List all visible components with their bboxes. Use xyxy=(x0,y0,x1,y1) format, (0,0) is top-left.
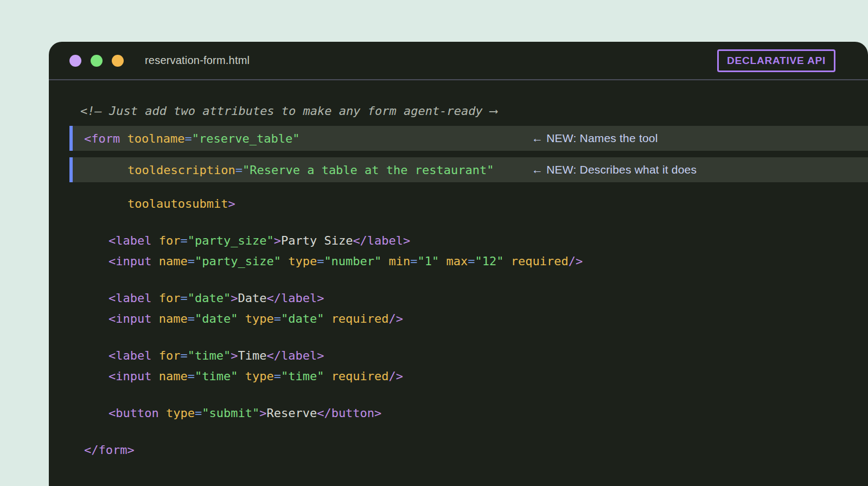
code-token-str: "party_size" xyxy=(195,254,288,268)
code-token-punct: = xyxy=(274,369,281,383)
code-line: toolautosubmit> xyxy=(127,193,868,214)
code-line: <label for="time">Time</label> xyxy=(108,345,868,366)
code-line: </form> xyxy=(84,439,868,460)
window-dot-maximize-icon[interactable] xyxy=(112,55,124,67)
code-blank-line xyxy=(49,423,868,439)
code-token-attr: type xyxy=(288,254,317,268)
code-token-tag: > xyxy=(259,406,266,420)
code-token-punct: = xyxy=(180,234,187,247)
code-token-str: "submit" xyxy=(202,406,259,420)
code-line: <input name="date" type="date" required/… xyxy=(108,308,868,329)
code-token-attr: tooldescription xyxy=(127,163,235,177)
code-token-tag: <button xyxy=(108,406,166,420)
code-token-attr: type xyxy=(245,312,274,325)
code-token-punct: = xyxy=(235,163,242,177)
code-token-txt: Party Size xyxy=(281,234,353,247)
code-token-str: "party_size" xyxy=(188,234,274,247)
code-token-tag: > xyxy=(228,197,235,210)
code-token-punct: = xyxy=(317,254,324,268)
code-token-tag: /> xyxy=(389,369,404,383)
code-token-attr: toolname xyxy=(127,132,184,145)
code-token-attr: name xyxy=(159,312,188,325)
code-token-punct: = xyxy=(274,312,281,325)
code-token-attr: name xyxy=(159,369,188,383)
code-token-attr: min xyxy=(389,254,411,268)
code-token-txt: Date xyxy=(238,291,266,305)
code-token-txt: Reserve xyxy=(266,406,317,420)
code-token-tag: <input xyxy=(108,254,159,268)
code-token-str: "time" xyxy=(281,369,331,383)
code-blank-line xyxy=(49,386,868,402)
code-line: <label for="date">Date</label> xyxy=(108,287,868,308)
code-token-punct: = xyxy=(188,369,195,383)
code-line: <label for="party_size">Party Size</labe… xyxy=(108,230,868,251)
code-token-txt: Time xyxy=(238,349,266,362)
code-token-comment: <!— Just add two attributes to make any … xyxy=(80,104,497,118)
code-line-highlighted: <form toolname="reserve_table"← NEW: Nam… xyxy=(69,126,868,151)
code-token-attr: required xyxy=(331,312,389,325)
code-token-attr: for xyxy=(159,234,181,247)
code-token-punct: = xyxy=(184,132,192,145)
code-area: <!— Just add two attributes to make any … xyxy=(49,80,868,460)
code-token-tag: </form> xyxy=(84,443,135,457)
code-token-punct: = xyxy=(188,254,195,268)
code-token-str: "time" xyxy=(195,369,245,383)
code-blank-line xyxy=(49,214,868,230)
code-line-highlighted: tooldescription="Reserve a table at the … xyxy=(69,157,868,182)
highlight-annotation: ← NEW: Names the tool xyxy=(532,132,658,145)
window-dot-close-icon[interactable] xyxy=(69,55,81,67)
code-token-str: "date" xyxy=(281,312,331,325)
code-token-tag: <label xyxy=(108,291,159,305)
code-token-tag: > xyxy=(231,291,238,305)
code-line: <button type="submit">Reserve</button> xyxy=(108,402,868,423)
code-token-punct: = xyxy=(188,312,195,325)
code-token-punct: = xyxy=(180,291,187,305)
code-line: <input name="party_size" type="number" m… xyxy=(108,251,868,271)
code-line: <!— Just add two attributes to make any … xyxy=(80,100,868,121)
page-background: reservation-form.html DECLARATIVE API <!… xyxy=(0,0,868,486)
code-token-punct: = xyxy=(195,406,202,420)
code-token-attr: type xyxy=(245,369,274,383)
declarative-api-badge: DECLARATIVE API xyxy=(717,49,835,72)
code-token-attr: max xyxy=(446,254,468,268)
code-token-str: "Reserve a table at the restaurant" xyxy=(242,163,494,177)
code-token-tag: <input xyxy=(108,312,159,325)
code-blank-line xyxy=(49,329,868,345)
code-token-str: "date" xyxy=(188,291,231,305)
code-token-punct: = xyxy=(410,254,417,268)
code-token-attr: type xyxy=(166,406,195,420)
code-token-attr: name xyxy=(159,254,188,268)
code-token-tag: /> xyxy=(569,254,583,268)
code-token-tag: > xyxy=(231,349,238,362)
code-token-str: "12" xyxy=(475,254,511,268)
code-token-attr: required xyxy=(331,369,389,383)
code-token-tag: </label> xyxy=(353,234,410,247)
code-token-punct: = xyxy=(468,254,475,268)
code-token-str: "number" xyxy=(324,254,388,268)
code-token-attr: required xyxy=(511,254,569,268)
highlight-annotation: ← NEW: Describes what it does xyxy=(532,163,697,176)
window-titlebar: reservation-form.html DECLARATIVE API xyxy=(49,42,868,80)
code-token-tag: <label xyxy=(108,349,159,362)
window-dot-minimize-icon[interactable] xyxy=(91,55,103,67)
code-token-tag: > xyxy=(274,234,281,247)
code-token-attr: for xyxy=(159,291,181,305)
code-token-tag: <form xyxy=(84,132,127,145)
code-token-str: "reserve_table" xyxy=(192,132,300,145)
code-blank-line xyxy=(49,271,868,287)
code-line: <input name="time" type="time" required/… xyxy=(108,366,868,386)
code-token-attr: toolautosubmit xyxy=(127,197,228,210)
code-token-punct: = xyxy=(180,349,187,362)
code-token-tag: <input xyxy=(108,369,159,383)
code-token-str: "time" xyxy=(188,349,231,362)
code-token-attr: for xyxy=(159,349,181,362)
code-token-str: "date" xyxy=(195,312,245,325)
code-token-tag: /> xyxy=(389,312,404,325)
code-token-tag: </button> xyxy=(317,406,381,420)
code-token-str: "1" xyxy=(418,254,446,268)
code-token-tag: </label> xyxy=(266,349,324,362)
code-token-tag: </label> xyxy=(266,291,324,305)
editor-window: reservation-form.html DECLARATIVE API <!… xyxy=(49,42,868,486)
window-title: reservation-form.html xyxy=(145,54,250,67)
code-token-tag: <label xyxy=(108,234,159,247)
